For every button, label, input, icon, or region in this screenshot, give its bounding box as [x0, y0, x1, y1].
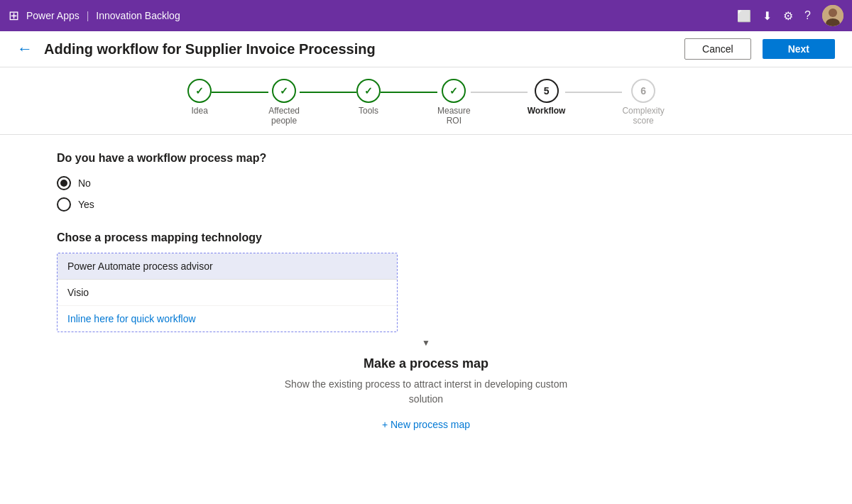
step-complexity: 6 Complexityscore	[622, 79, 664, 126]
radio-group: No Yes	[57, 176, 795, 212]
step-circle-affected[interactable]: ✓	[272, 79, 296, 103]
radio-outer-yes[interactable]	[57, 197, 71, 212]
svg-point-1	[829, 9, 837, 17]
connector-1	[212, 92, 268, 93]
topbar-separator: |	[87, 10, 89, 21]
step-label-tools: Tools	[359, 106, 378, 116]
step-affected-people: ✓ Affectedpeople	[268, 79, 300, 126]
connector-3	[381, 92, 437, 93]
back-button[interactable]: ←	[17, 40, 33, 58]
settings-icon[interactable]: ⚙	[783, 9, 793, 23]
radio-yes[interactable]: Yes	[57, 197, 795, 212]
workflow-question: Do you have a workflow process map?	[57, 152, 795, 165]
header-row: ← Adding workflow for Supplier Invoice P…	[0, 31, 852, 67]
connector-4	[471, 92, 528, 93]
cancel-button[interactable]: Cancel	[684, 38, 751, 60]
process-map-title: Make a process map	[57, 356, 795, 371]
step-measure-roi: ✓ MeasureROI	[437, 79, 471, 126]
topbar: ⊞ Power Apps | Innovation Backlog ⬜ ⬇ ⚙ …	[0, 0, 852, 31]
step-circle-roi[interactable]: ✓	[442, 79, 466, 103]
step-workflow: 5 Workflow	[528, 79, 566, 116]
step-tools: ✓ Tools	[356, 79, 381, 116]
step-label-complexity: Complexityscore	[622, 106, 664, 126]
step-number-complexity: 6	[640, 85, 646, 97]
step-number-workflow: 5	[544, 85, 550, 97]
download-icon[interactable]: ⬇	[763, 9, 772, 23]
dropdown-item-visio-label: Visio	[67, 287, 89, 298]
step-label-idea: Idea	[191, 106, 207, 116]
dropdown-selected-label: Power Automate process advisor	[67, 261, 213, 272]
checkmark-affected: ✓	[280, 85, 288, 97]
dropdown-selected-item[interactable]: Power Automate process advisor	[58, 253, 397, 280]
user-avatar[interactable]	[822, 5, 843, 26]
section-name: Innovation Backlog	[96, 10, 180, 21]
dropdown-item-inline[interactable]: Inline here for quick workflow	[58, 306, 397, 332]
connector-5	[565, 92, 622, 93]
step-label-workflow: Workflow	[528, 106, 566, 116]
process-tech-dropdown[interactable]: Power Automate process advisor Visio Inl…	[57, 253, 398, 332]
dropdown-item-visio[interactable]: Visio	[58, 280, 397, 306]
checkmark-idea: ✓	[195, 85, 204, 97]
step-label-roi: MeasureROI	[437, 106, 471, 126]
process-map-section: Make a process map Show the existing pro…	[57, 356, 795, 431]
step-circle-complexity[interactable]: 6	[631, 79, 655, 103]
stepper: ✓ Idea ✓ Affectedpeople ✓ Tools ✓ Measur…	[0, 67, 852, 135]
dropdown-item-inline-label: Inline here for quick workflow	[67, 313, 196, 324]
grid-icon[interactable]: ⊞	[9, 8, 19, 23]
main-content: Do you have a workflow process map? No Y…	[0, 135, 852, 448]
process-map-desc: Show the existing process to attract int…	[277, 377, 575, 407]
step-circle-tools[interactable]: ✓	[356, 79, 381, 103]
dropdown-caret-icon: ▼	[57, 338, 795, 348]
checkmark-tools: ✓	[364, 85, 373, 97]
radio-no-label: No	[78, 177, 91, 189]
radio-outer-no[interactable]	[57, 176, 71, 190]
step-label-affected: Affectedpeople	[268, 106, 300, 126]
checkmark-roi: ✓	[449, 85, 458, 97]
step-idea: ✓ Idea	[187, 79, 212, 116]
radio-inner-no	[60, 180, 67, 187]
step-circle-workflow[interactable]: 5	[535, 79, 559, 103]
page-title: Adding workflow for Supplier Invoice Pro…	[44, 41, 673, 57]
radio-no[interactable]: No	[57, 176, 795, 190]
screen-icon[interactable]: ⬜	[737, 9, 751, 23]
app-name: Power Apps	[26, 10, 80, 21]
topbar-right: ⬜ ⬇ ⚙ ?	[737, 5, 843, 26]
next-button[interactable]: Next	[763, 39, 835, 59]
step-circle-idea[interactable]: ✓	[187, 79, 212, 103]
process-tech-title: Chose a process mapping technology	[57, 231, 795, 244]
new-process-map-button[interactable]: + New process map	[382, 419, 470, 430]
radio-yes-label: Yes	[78, 199, 94, 210]
connector-2	[300, 92, 356, 93]
help-icon[interactable]: ?	[804, 9, 811, 22]
